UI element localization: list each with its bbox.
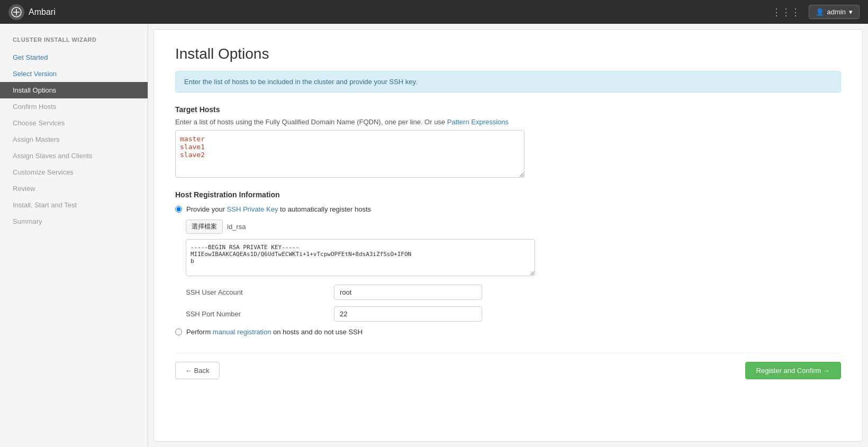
- ssh-port-label: SSH Port Number: [186, 310, 334, 318]
- host-reg-title: Host Registration Information: [175, 190, 841, 199]
- sidebar-item-customize-services: Customize Services: [0, 164, 148, 180]
- app-logo: [8, 4, 24, 20]
- radio-manual-row: Perform manual registration on hosts and…: [175, 328, 841, 336]
- ssh-user-input[interactable]: [334, 285, 482, 300]
- file-name: id_rsa: [227, 223, 246, 231]
- grid-icon[interactable]: ⋮⋮⋮: [772, 6, 800, 18]
- main-content: Install Options Enter the list of hosts …: [153, 29, 863, 442]
- sidebar-section-title: CLUSTER INSTALL WIZARD: [0, 37, 148, 49]
- user-icon: 👤: [816, 8, 824, 16]
- radio-ssh-label: Provide your SSH Private Key to automati…: [186, 205, 371, 213]
- sidebar-item-install-options[interactable]: Install Options: [0, 82, 148, 98]
- sidebar-item-summary: Summary: [0, 213, 148, 230]
- sidebar-item-review: Review: [0, 180, 148, 197]
- radio-manual[interactable]: [175, 329, 182, 335]
- layout: CLUSTER INSTALL WIZARD Get Started Selec…: [0, 24, 868, 447]
- manual-registration-link[interactable]: manual registration: [213, 328, 272, 336]
- sidebar-item-install-start-test: Install, Start and Test: [0, 197, 148, 213]
- radio-ssh-row: Provide your SSH Private Key to automati…: [175, 205, 841, 213]
- host-registration-section: Host Registration Information Provide yo…: [175, 190, 841, 336]
- file-input-row: 選擇檔案 id_rsa: [186, 220, 841, 234]
- ssh-user-row: SSH User Account: [186, 285, 841, 300]
- radio-ssh[interactable]: [175, 206, 182, 213]
- target-hosts-title: Target Hosts: [175, 105, 841, 114]
- ssh-port-row: SSH Port Number: [186, 306, 841, 322]
- dropdown-arrow: ▾: [849, 8, 853, 16]
- radio-manual-label: Perform manual registration on hosts and…: [186, 328, 363, 336]
- pattern-expressions-link[interactable]: Pattern Expressions: [447, 118, 509, 126]
- sidebar-item-select-version[interactable]: Select Version: [0, 66, 148, 82]
- footer-actions: ← Back Register and Confirm →: [175, 353, 841, 379]
- info-box: Enter the list of hosts to be included i…: [175, 71, 841, 93]
- ssh-key-link[interactable]: SSH Private Key: [227, 205, 278, 213]
- sidebar-item-assign-slaves: Assign Slaves and Clients: [0, 148, 148, 164]
- app-name: Ambari: [29, 7, 56, 17]
- private-key-textarea[interactable]: [186, 239, 535, 276]
- target-hosts-desc: Enter a list of hosts using the Fully Qu…: [175, 118, 841, 126]
- sidebar-item-assign-masters: Assign Masters: [0, 131, 148, 148]
- hosts-textarea[interactable]: [175, 130, 525, 178]
- top-navbar: Ambari ⋮⋮⋮ 👤 admin ▾: [0, 0, 868, 24]
- ssh-user-label: SSH User Account: [186, 288, 334, 296]
- sidebar: CLUSTER INSTALL WIZARD Get Started Selec…: [0, 24, 148, 447]
- register-confirm-button[interactable]: Register and Confirm →: [745, 362, 841, 379]
- back-button[interactable]: ← Back: [175, 362, 220, 379]
- user-label: admin: [827, 8, 846, 16]
- target-hosts-desc-pre: Enter a list of hosts using the Fully Qu…: [175, 118, 445, 126]
- sidebar-item-choose-services: Choose Services: [0, 115, 148, 131]
- sidebar-item-confirm-hosts: Confirm Hosts: [0, 98, 148, 115]
- choose-file-button[interactable]: 選擇檔案: [186, 220, 223, 234]
- navbar-right: ⋮⋮⋮ 👤 admin ▾: [772, 5, 860, 19]
- sidebar-item-get-started[interactable]: Get Started: [0, 49, 148, 66]
- ssh-port-input[interactable]: [334, 306, 482, 322]
- brand: Ambari: [8, 4, 56, 20]
- page-title: Install Options: [175, 45, 841, 62]
- user-menu-button[interactable]: 👤 admin ▾: [809, 5, 860, 19]
